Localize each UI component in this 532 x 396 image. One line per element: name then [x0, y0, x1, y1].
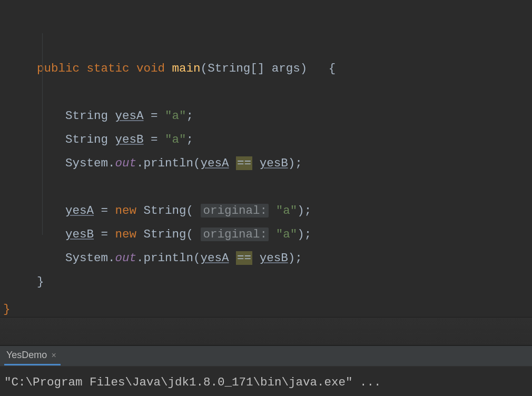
close-paren-semi: ); — [297, 227, 311, 241]
system-call: System. — [65, 251, 115, 265]
keyword-new: new — [115, 227, 137, 241]
string-literal-a1: "a" — [165, 109, 186, 123]
paren-open: ( — [201, 62, 208, 75]
assign: = — [144, 133, 165, 146]
run-tab-row: YesDemo × — [0, 345, 532, 367]
system-call: System. — [65, 156, 115, 170]
keyword-void: void — [136, 62, 165, 75]
keyword-static: static — [87, 62, 130, 75]
var-yesB-assign: yesB — [65, 227, 94, 241]
close-paren-semi: ); — [297, 204, 311, 217]
arg-yesB: yesB — [260, 156, 288, 170]
semi: ; — [186, 133, 194, 146]
close-paren-semi: ); — [288, 156, 302, 170]
println-open: .println( — [136, 156, 201, 170]
new-string-open: String( — [136, 227, 201, 241]
assign: = — [94, 204, 115, 217]
var-yesB-decl: yesB — [115, 133, 144, 146]
out-field: out — [115, 251, 137, 265]
code-editor[interactable]: public static void main(String[] args) {… — [0, 0, 532, 303]
operator-eqeq: == — [236, 156, 252, 170]
string-literal-a3: "a" — [276, 204, 298, 217]
paren-close: ) — [300, 62, 308, 75]
indent-guide — [42, 33, 43, 235]
param-hint-original: original: — [201, 227, 269, 241]
run-tab-label: YesDemo — [6, 350, 47, 361]
close-paren-semi: ); — [288, 251, 302, 265]
operator-eqeq: == — [236, 251, 252, 265]
param-type: String[] args — [208, 62, 300, 75]
new-string-open: String( — [136, 204, 201, 217]
console-output[interactable]: "C:\Program Files\Java\jdk1.8.0_171\bin\… — [0, 367, 532, 396]
brace-close: } — [37, 275, 44, 289]
keyword-new: new — [115, 204, 137, 217]
run-tab-yesdemo[interactable]: YesDemo × — [4, 348, 61, 365]
outer-brace-close: } — [0, 301, 532, 317]
method-main: main — [172, 62, 201, 75]
type-string: String — [65, 109, 108, 123]
brace-open: { — [329, 62, 336, 75]
println-open: .println( — [136, 251, 201, 265]
console-command: "C:\Program Files\Java\jdk1.8.0_171\bin\… — [4, 375, 381, 389]
string-literal-a4: "a" — [276, 227, 298, 241]
keyword-public: public — [37, 62, 80, 75]
arg-yesB: yesB — [260, 251, 288, 265]
assign: = — [94, 227, 115, 241]
type-string: String — [65, 133, 108, 146]
var-yesA-decl: yesA — [115, 109, 144, 123]
close-icon[interactable]: × — [51, 351, 56, 360]
assign: = — [144, 109, 165, 123]
panel-separator — [0, 317, 532, 345]
param-hint-original: original: — [201, 204, 269, 217]
out-field: out — [115, 156, 137, 170]
arg-yesA: yesA — [201, 251, 229, 265]
semi: ; — [186, 109, 194, 123]
arg-yesA: yesA — [201, 156, 229, 170]
string-literal-a2: "a" — [165, 133, 186, 146]
var-yesA-assign: yesA — [65, 204, 94, 217]
